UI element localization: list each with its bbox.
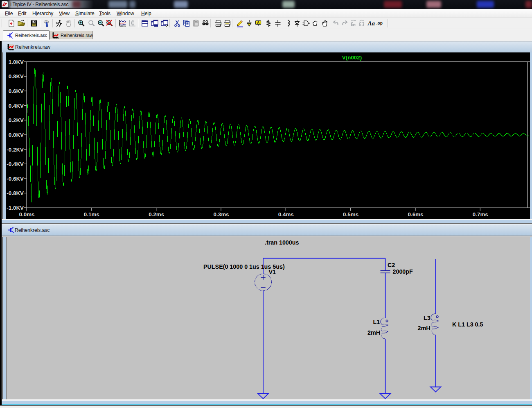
svg-text:-0.8KV: -0.8KV xyxy=(7,190,24,196)
svg-text:-0.2KV: -0.2KV xyxy=(7,147,24,153)
svg-text:0.4ms: 0.4ms xyxy=(278,211,294,218)
svg-text:K L1 L3 0.5: K L1 L3 0.5 xyxy=(452,321,483,328)
svg-text:L3: L3 xyxy=(424,315,431,321)
svg-text:1.0KV: 1.0KV xyxy=(9,59,24,65)
svg-text:.op: .op xyxy=(376,21,383,25)
svg-text:0.0KV: 0.0KV xyxy=(9,132,24,138)
svg-text:L1: L1 xyxy=(373,319,380,325)
svg-text:Aa: Aa xyxy=(367,20,375,27)
svg-text:0.6KV: 0.6KV xyxy=(9,88,24,94)
svg-text:V(n002): V(n002) xyxy=(342,54,362,61)
svg-text:0.5ms: 0.5ms xyxy=(343,211,358,218)
svg-text:.tran 1000us: .tran 1000us xyxy=(265,239,299,246)
svg-text:V1: V1 xyxy=(269,269,276,275)
svg-text:-0.6KV: -0.6KV xyxy=(7,176,24,182)
svg-text:0.0ms: 0.0ms xyxy=(19,211,35,218)
svg-text:0.1ms: 0.1ms xyxy=(84,211,99,218)
svg-text:0.8KV: 0.8KV xyxy=(9,73,24,79)
svg-text:0.2ms: 0.2ms xyxy=(149,211,164,218)
svg-text:0.2KV: 0.2KV xyxy=(9,117,24,123)
svg-text:A: A xyxy=(257,20,259,25)
svg-text:C2: C2 xyxy=(388,262,395,268)
svg-text:2000pF: 2000pF xyxy=(393,268,413,275)
svg-text:-0.4KV: -0.4KV xyxy=(7,161,24,167)
svg-text:0.3ms: 0.3ms xyxy=(214,211,229,218)
svg-text:2mH: 2mH xyxy=(367,329,380,336)
svg-text:0.4KV: 0.4KV xyxy=(9,103,24,109)
svg-text:0.7ms: 0.7ms xyxy=(473,211,488,218)
svg-text:2mH: 2mH xyxy=(418,325,431,331)
svg-text:0.6ms: 0.6ms xyxy=(408,211,424,218)
svg-text:-1.0KV: -1.0KV xyxy=(7,205,24,211)
